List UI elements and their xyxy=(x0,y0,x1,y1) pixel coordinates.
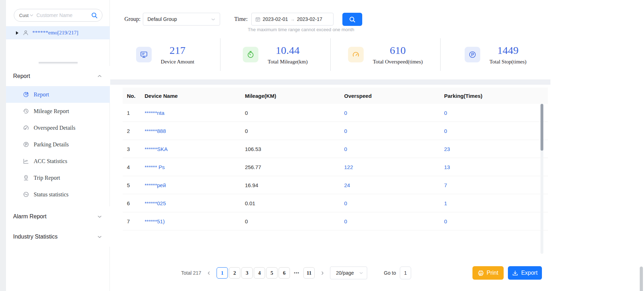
sidebar-item-acc-statistics[interactable]: ACC Statistics xyxy=(6,153,110,169)
date-start-value[interactable]: 2023-02-01 xyxy=(263,16,288,22)
page-button-2[interactable]: 2 xyxy=(229,267,240,279)
column-header-no: No. xyxy=(127,93,145,99)
overspeed-link[interactable]: 0 xyxy=(344,200,444,206)
menu-section-report[interactable]: Report xyxy=(6,66,110,86)
device-name-link[interactable]: ******888 xyxy=(145,128,245,134)
speedometer-icon xyxy=(23,125,29,131)
search-type-value: Cust xyxy=(19,13,29,18)
date-end-value[interactable]: 2023-02-17 xyxy=(297,16,323,22)
menu-section-alarm-report[interactable]: Alarm Report xyxy=(6,206,110,226)
group-label: Group: xyxy=(124,16,140,22)
search-button[interactable] xyxy=(342,13,362,26)
page-button-4[interactable]: 4 xyxy=(254,267,265,279)
device-name-link[interactable]: ******51) xyxy=(145,218,245,224)
customer-name-input[interactable] xyxy=(37,12,91,18)
parking-link[interactable]: 0 xyxy=(444,110,548,116)
goto-page-input[interactable] xyxy=(400,267,411,279)
device-name-link[interactable]: ****** Ps xyxy=(145,164,245,170)
stat-value: 610 xyxy=(390,44,406,56)
calendar-icon xyxy=(255,17,261,22)
overspeed-link[interactable]: 24 xyxy=(344,182,444,188)
chevron-down-icon xyxy=(29,13,34,17)
column-header-mileage: Mileage(KM) xyxy=(245,93,344,99)
stat-total-stop: 1449 Total Stop(times) xyxy=(440,38,550,71)
table-scrollbar-track[interactable] xyxy=(541,104,543,254)
caret-right-icon[interactable] xyxy=(16,31,18,35)
device-name-link[interactable]: ******рей xyxy=(145,182,245,188)
history-clock-icon xyxy=(23,108,29,114)
page-scrollbar-thumb[interactable] xyxy=(640,267,643,291)
search-icon[interactable] xyxy=(91,12,98,19)
table-row: 7 ******51) 0 0 0 xyxy=(123,212,548,230)
overspeed-link[interactable]: 0 xyxy=(344,218,444,224)
page-button-1[interactable]: 1 xyxy=(217,267,228,279)
location-pin-icon xyxy=(23,175,29,181)
page-size-value: 20/page xyxy=(336,270,354,276)
sidebar-item-mileage-report[interactable]: Mileage Report xyxy=(6,103,110,119)
print-button-label: Print xyxy=(487,270,498,276)
menu-section-industry-statistics[interactable]: Industry Statistics xyxy=(6,226,110,247)
chevron-down-icon xyxy=(97,214,102,219)
parking-link[interactable]: 0 xyxy=(444,128,548,134)
search-icon xyxy=(349,16,356,23)
sidebar-item-label: Trip Report xyxy=(34,175,60,181)
sidebar-item-report[interactable]: Report xyxy=(6,86,110,103)
panel-resize-handle[interactable] xyxy=(6,60,110,65)
stat-label: Device Amount xyxy=(161,59,195,65)
page-size-select[interactable]: 20/page xyxy=(330,267,367,279)
sidebar-item-status-statistics[interactable]: Status statistics xyxy=(6,186,110,203)
table-row: 1 ******nta 0 0 0 xyxy=(123,104,548,122)
page-button-6[interactable]: 6 xyxy=(279,267,290,279)
overspeed-link[interactable]: 0 xyxy=(344,128,444,134)
cell-mileage: 0 xyxy=(245,128,344,134)
overspeed-link[interactable]: 0 xyxy=(344,110,444,116)
sidebar-item-parking-details[interactable]: Parking Details xyxy=(6,136,110,153)
device-name-link[interactable]: ******nta xyxy=(145,110,245,116)
page-button-5[interactable]: 5 xyxy=(266,267,278,279)
cell-no: 6 xyxy=(127,200,145,206)
column-header-overspeed: Overspeed xyxy=(344,93,444,99)
next-page-button[interactable] xyxy=(318,269,326,277)
column-header-parking: Parking(Times) xyxy=(444,93,548,99)
customer-search-bar[interactable]: Cust xyxy=(14,9,102,22)
table-row: 4 ****** Ps 256.77 122 13 xyxy=(123,158,548,176)
stat-value: 1449 xyxy=(497,44,519,56)
section-divider xyxy=(110,79,550,85)
overspeed-link[interactable]: 122 xyxy=(344,164,444,170)
sidebar: Cust ******emo[219/217] Report xyxy=(6,0,110,291)
table-scrollbar-thumb[interactable] xyxy=(541,104,543,151)
stat-value: 10.44 xyxy=(276,44,300,56)
sidebar-item-label: Report xyxy=(34,91,49,98)
parking-link[interactable]: 1 xyxy=(444,200,548,206)
drag-handle-icon xyxy=(39,62,78,64)
device-name-link[interactable]: ******SKA xyxy=(145,146,245,152)
customer-tree-item[interactable]: ******emo[219/217] xyxy=(6,26,110,39)
page-button-3[interactable]: 3 xyxy=(241,267,253,279)
export-button[interactable]: Export xyxy=(508,266,542,280)
page-button-11[interactable]: 11 xyxy=(303,267,315,279)
status-wave-icon xyxy=(23,191,29,197)
search-type-select[interactable]: Cust xyxy=(19,13,34,18)
overspeed-link[interactable]: 0 xyxy=(344,146,444,152)
sidebar-item-overspeed-details[interactable]: Overspeed Details xyxy=(6,119,110,136)
export-button-label: Export xyxy=(521,270,537,276)
more-pages-button[interactable]: ••• xyxy=(291,267,302,279)
parking-link[interactable]: 7 xyxy=(444,182,548,188)
customer-tree-label: ******emo[219/217] xyxy=(32,30,78,36)
parking-link[interactable]: 23 xyxy=(444,146,548,152)
device-name-link[interactable]: ******025 xyxy=(145,200,245,206)
sidebar-item-trip-report[interactable]: Trip Report xyxy=(6,169,110,186)
parking-link[interactable]: 0 xyxy=(444,218,548,224)
cell-mileage: 0.01 xyxy=(245,200,344,206)
page-buttons: 1 2 3 4 5 6 ••• 11 xyxy=(217,267,315,279)
stat-label: Total Overspeed(times) xyxy=(373,59,423,65)
stat-device-amount: 217 Device Amount xyxy=(110,38,220,71)
parking-link[interactable]: 13 xyxy=(444,164,548,170)
prev-page-button[interactable] xyxy=(205,269,213,277)
group-select[interactable]: Defaul Group xyxy=(143,13,220,26)
date-range-picker[interactable]: 2023-02-01 → 2023-02-17 xyxy=(251,13,334,26)
table-row: 5 ******рей 16.94 24 7 xyxy=(123,176,548,194)
pie-chart-icon xyxy=(23,91,29,97)
cell-no: 3 xyxy=(127,146,145,152)
print-button[interactable]: Print xyxy=(472,266,504,280)
